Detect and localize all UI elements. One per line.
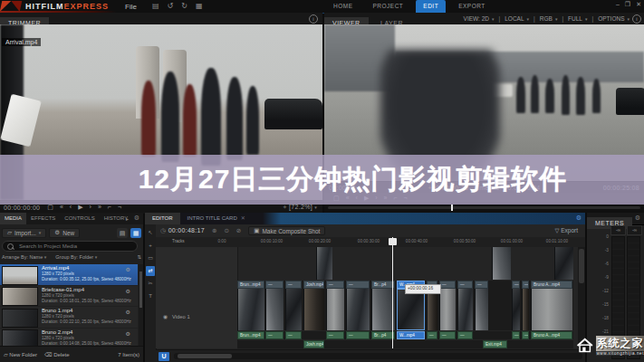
search-input[interactable] bbox=[17, 243, 132, 250]
scrollbar-thumb[interactable] bbox=[139, 272, 142, 308]
video-clip[interactable]: — bbox=[522, 281, 529, 330]
playhead[interactable] bbox=[392, 237, 393, 348]
audio-clip[interactable]: — bbox=[439, 331, 456, 339]
sort-direction-icon[interactable]: ⇅ bbox=[137, 254, 141, 262]
text-tool[interactable]: T bbox=[146, 291, 155, 301]
audio-clip[interactable]: Bruno A...mp4 bbox=[531, 331, 572, 339]
tab-home[interactable]: HOME bbox=[326, 0, 360, 13]
audio-clip[interactable]: — bbox=[522, 331, 529, 339]
save-icon[interactable]: ▤ bbox=[152, 2, 159, 10]
arrange-by-select[interactable]: Arrange By: Name ▾ bbox=[2, 254, 46, 262]
tab-controls[interactable]: CONTROLS bbox=[60, 213, 99, 224]
video-clip[interactable]: — bbox=[285, 281, 302, 330]
minimize-button[interactable]: – bbox=[616, 1, 620, 8]
media-item[interactable]: Briefcase-01.mp41280 x 720 pixelsDuratio… bbox=[0, 286, 138, 307]
play-icon[interactable]: ▶ bbox=[78, 204, 82, 211]
video-clip[interactable]: — bbox=[512, 281, 520, 330]
video-clip[interactable]: — bbox=[475, 281, 488, 330]
info-icon[interactable]: i bbox=[632, 14, 641, 24]
step-back-icon[interactable]: ‹ bbox=[70, 204, 72, 211]
slip-tool[interactable]: ⇄ bbox=[146, 266, 155, 276]
tab-media[interactable]: MEDIA bbox=[0, 213, 26, 224]
viewer-control-options[interactable]: OPTIONS▾ bbox=[598, 15, 630, 22]
audio-track-lane[interactable]: Josh.mp4Exit.mp4 bbox=[237, 340, 573, 348]
gear-icon[interactable]: ⚙ bbox=[576, 214, 582, 222]
playhead-marker[interactable] bbox=[389, 238, 397, 245]
close-button[interactable]: ✕ bbox=[636, 1, 641, 8]
media-item[interactable]: Arrival.mp41280 x 720 pixelsDuration: 0:… bbox=[0, 264, 138, 285]
audio-clip[interactable]: — bbox=[265, 331, 284, 339]
set-in-icon[interactable]: ⊕ bbox=[212, 227, 216, 234]
audio-track-lane[interactable]: Brun...mp4————Br...p4W...mp4—————Bruno A… bbox=[237, 331, 573, 339]
hand-tool[interactable]: + bbox=[146, 241, 155, 251]
undo-icon[interactable]: ↺ bbox=[168, 2, 174, 10]
frame-icon[interactable]: ▢ bbox=[47, 204, 53, 211]
chevron-right-icon[interactable]: ▸ bbox=[126, 215, 129, 222]
snap-toggle[interactable]: U bbox=[159, 352, 169, 361]
eye-icon[interactable]: ◉ bbox=[163, 314, 168, 319]
video-clip[interactable]: — bbox=[326, 281, 344, 330]
gear-icon[interactable]: ⚙ bbox=[126, 288, 130, 294]
tab-export[interactable]: EXPORT bbox=[451, 0, 493, 13]
audio-clip[interactable]: W...mp4 bbox=[397, 331, 425, 339]
gear-icon[interactable]: ⚙ bbox=[134, 214, 139, 222]
gear-icon[interactable]: ⚙ bbox=[126, 309, 130, 315]
audio-clip[interactable]: — bbox=[427, 331, 437, 339]
marquee-tool[interactable]: ▭ bbox=[146, 253, 155, 263]
video-clip[interactable] bbox=[316, 247, 332, 280]
viewer-control-view[interactable]: VIEW: 2D▾ bbox=[464, 15, 495, 22]
info-icon[interactable]: i bbox=[309, 14, 318, 24]
gear-icon[interactable]: ⚙ bbox=[635, 214, 640, 222]
audio-clip[interactable]: Brun...mp4 bbox=[237, 331, 264, 339]
trimmer-zoom-control[interactable]: ⌖ [72.2%] ▾ bbox=[284, 204, 317, 211]
video-clip[interactable]: — bbox=[346, 281, 370, 330]
video-clip[interactable]: — bbox=[439, 281, 456, 330]
video-clip[interactable]: Josh.mp4 bbox=[303, 281, 324, 330]
viewer-control-rgb[interactable]: RGB▾ bbox=[540, 15, 558, 22]
video-clip[interactable] bbox=[492, 247, 511, 280]
audio-clip[interactable]: — bbox=[457, 331, 473, 339]
video-clip[interactable]: — bbox=[265, 281, 284, 330]
audio-clip[interactable]: Josh.mp4 bbox=[303, 340, 324, 348]
editor-horizontal-scrollbar[interactable] bbox=[174, 353, 582, 359]
file-menu[interactable]: File bbox=[125, 3, 137, 11]
out-point-icon[interactable]: ¬ bbox=[118, 204, 121, 211]
in-point-icon[interactable]: ⌐ bbox=[108, 204, 111, 211]
scrollbar-thumb[interactable] bbox=[178, 354, 232, 358]
audio-clip[interactable]: — bbox=[346, 331, 370, 339]
audio-clip[interactable]: — bbox=[285, 331, 302, 339]
redo-icon[interactable]: ↻ bbox=[181, 2, 187, 10]
video-track-label[interactable]: ◉Video 1 bbox=[163, 314, 190, 319]
audio-clip[interactable]: — bbox=[512, 331, 520, 339]
viewer-control-full[interactable]: FULL▾ bbox=[568, 15, 587, 22]
gear-icon[interactable]: ⚙ bbox=[126, 330, 130, 337]
video-clip[interactable]: Bruno A...mp4 bbox=[531, 281, 572, 330]
seek-track[interactable] bbox=[328, 206, 640, 209]
close-icon[interactable]: ✕ bbox=[241, 213, 245, 224]
scrollbar-thumb[interactable] bbox=[579, 249, 584, 283]
group-by-select[interactable]: Group By: Folder ▾ bbox=[55, 254, 97, 262]
restore-button[interactable]: ❐ bbox=[625, 1, 630, 8]
layout-icon[interactable]: ▦ bbox=[196, 2, 203, 10]
list-view-icon[interactable]: ▤ bbox=[117, 228, 128, 238]
video-clip[interactable]: — bbox=[457, 281, 473, 330]
select-tool[interactable]: ↖ bbox=[146, 228, 155, 238]
media-item[interactable]: Bruno 1.mp41280 x 720 pixelsDuration: 0:… bbox=[0, 307, 138, 328]
go-end-icon[interactable]: » bbox=[98, 204, 101, 211]
audio-clip[interactable]: Exit.mp4 bbox=[483, 340, 507, 348]
step-forward-icon[interactable]: › bbox=[90, 204, 91, 211]
editor-timecode[interactable]: ◷ 00:00:48:17 bbox=[160, 227, 205, 234]
viewer-control-local[interactable]: LOCAL▾ bbox=[505, 15, 529, 22]
gear-icon[interactable]: ⚙ bbox=[126, 266, 130, 272]
tab-intro-title-card[interactable]: INTRO TITLE CARD✕ bbox=[180, 213, 253, 224]
tab-effects[interactable]: EFFECTS bbox=[26, 213, 60, 224]
clear-marks-icon[interactable]: ⊘ bbox=[236, 227, 241, 234]
import-button[interactable]: ▱Import...▾ bbox=[2, 228, 46, 238]
new-folder-button[interactable]: ▱ New Folder bbox=[4, 351, 37, 357]
tab-project[interactable]: PROJECT bbox=[366, 0, 411, 13]
slice-tool[interactable]: ✂ bbox=[146, 279, 155, 289]
tab-edit[interactable]: EDIT bbox=[416, 0, 446, 13]
export-button[interactable]: ▽ Export bbox=[554, 227, 578, 234]
video-clip[interactable] bbox=[554, 247, 573, 280]
video-clip[interactable]: Brun...mp4 bbox=[237, 281, 264, 330]
